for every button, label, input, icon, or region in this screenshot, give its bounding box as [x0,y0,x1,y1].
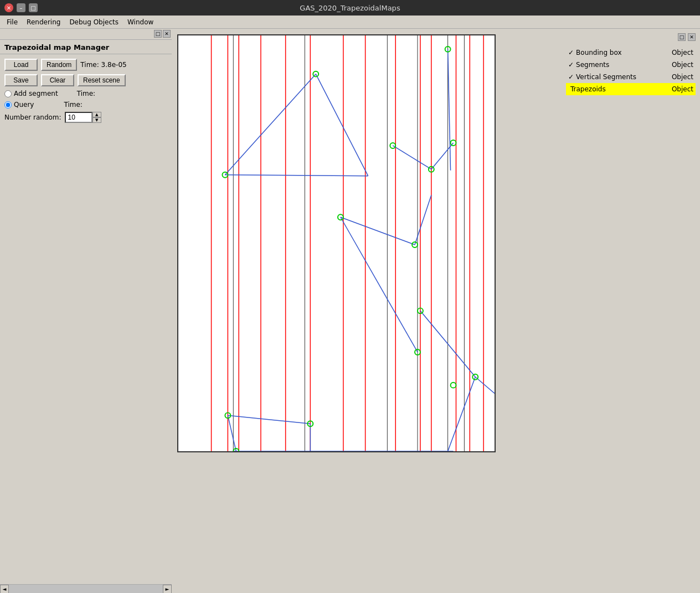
svg-point-51 [451,383,456,388]
svg-line-25 [448,49,451,171]
time-display: Time: 3.8e-05 [80,61,126,69]
load-button[interactable]: Load [4,59,38,71]
svg-line-26 [341,217,415,245]
menu-file[interactable]: File [2,17,22,27]
svg-line-27 [415,195,431,245]
svg-line-32 [228,415,310,424]
title-bar: ✕ – □ GAS_2020_TrapezoidalMaps [0,0,700,16]
number-random-input[interactable] [65,112,92,123]
debug-row-2[interactable]: ✓Vertical SegmentsObject [566,71,696,83]
minimize-button[interactable]: – [17,3,25,12]
panel-title-box: Trapezoidal map Manager [0,40,172,54]
random-button[interactable]: Random [41,59,77,71]
debug-label-3: Trapezoids [570,85,672,93]
panel-pin-button[interactable]: □ [154,30,162,38]
query-label: Query [14,101,34,109]
row-query: Query Time: [4,101,167,109]
debug-type-0: Object [672,49,693,56]
debug-label-1: Segments [576,61,672,69]
debug-row-3[interactable]: TrapezoidsObject [566,83,696,95]
debug-type-2: Object [672,73,693,81]
debug-rows-container: ✓Bounding boxObject✓SegmentsObject✓Verti… [566,47,696,95]
time-label-add: Time: [77,90,95,97]
scrollbar-right-btn[interactable]: ► [163,585,172,594]
spinner-up[interactable]: ▲ [92,112,101,117]
svg-line-36 [475,377,495,394]
main-content: □ ✕ Trapezoidal map Manager Load Random … [0,29,700,593]
close-button[interactable]: ✕ [4,3,13,12]
row-number-random: Number random: ▲ ▼ [4,112,167,123]
menu-debug-objects[interactable]: Debug Objects [65,17,123,27]
debug-check-2: ✓ [568,73,574,81]
row-save-clear: Save Clear Reset scene [4,74,167,86]
panel-close-button[interactable]: ✕ [163,30,171,38]
spinner-wrapper: ▲ ▼ [65,112,101,123]
right-panel-close-button[interactable]: ✕ [688,33,696,41]
scene-svg [178,35,495,451]
debug-label-0: Bounding box [576,49,672,56]
window-title: GAS_2020_TrapezoidalMaps [38,4,662,12]
query-radio[interactable] [4,101,12,109]
title-bar-controls: ✕ – □ [4,3,38,12]
svg-line-31 [228,415,236,451]
panel-body: Load Random Time: 3.8e-05 Save Clear Res… [0,54,172,584]
debug-check-1: ✓ [568,61,574,69]
debug-row-1[interactable]: ✓SegmentsObject [566,59,696,71]
right-panel-pin-button[interactable]: □ [678,33,686,41]
svg-line-23 [393,146,431,169]
spinner-buttons: ▲ ▼ [92,112,101,123]
clear-button[interactable]: Clear [41,74,74,86]
number-random-label: Number random: [4,114,61,121]
panel-title: Trapezoidal map Manager [4,43,167,51]
scrollbar-track[interactable] [9,585,163,594]
spinner-down[interactable]: ▼ [92,117,101,123]
svg-line-28 [341,217,418,352]
right-panel: □ ✕ ✓Bounding boxObject✓SegmentsObject✓V… [562,29,700,100]
canvas-area [172,29,700,593]
svg-line-22 [225,175,368,176]
row-add-segment: Add segment Time: [4,90,167,97]
menu-rendering[interactable]: Rendering [22,17,65,27]
maximize-button[interactable]: □ [29,3,38,12]
add-segment-radio[interactable] [4,90,12,97]
save-button[interactable]: Save [4,74,38,86]
right-panel-header: □ ✕ [566,33,696,44]
reset-scene-button[interactable]: Reset scene [78,74,126,86]
debug-type-3: Object [672,85,693,93]
scrollbar-left-btn[interactable]: ◄ [0,585,9,594]
add-segment-label: Add segment [14,90,58,97]
drawing-canvas[interactable] [177,34,496,452]
debug-type-1: Object [672,61,693,69]
row-load-random: Load Random Time: 3.8e-05 [4,59,167,71]
panel-scrollbar: ◄ ► [0,584,172,593]
menu-bar: File Rendering Debug Objects Window [0,16,700,29]
svg-line-21 [316,74,368,176]
debug-label-2: Vertical Segments [576,73,672,81]
left-panel: □ ✕ Trapezoidal map Manager Load Random … [0,29,172,593]
time-label-query: Time: [64,101,82,109]
panel-header-bar: □ ✕ [0,29,172,40]
menu-window[interactable]: Window [123,17,158,27]
debug-row-0[interactable]: ✓Bounding boxObject [566,47,696,59]
debug-check-0: ✓ [568,49,574,56]
